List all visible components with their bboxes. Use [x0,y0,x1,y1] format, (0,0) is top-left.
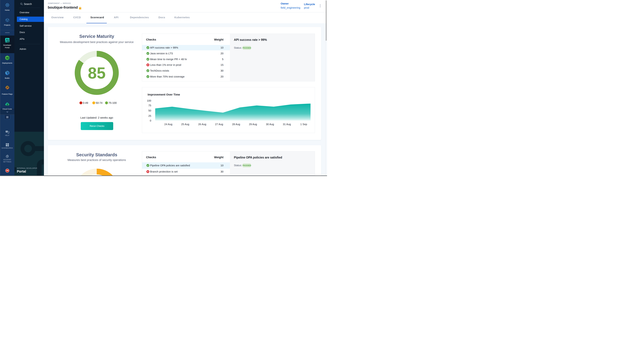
svg-text:100: 100 [147,99,151,102]
svg-text:75: 75 [148,104,151,107]
svg-text:25: 25 [148,114,151,117]
svg-text:28 Aug: 28 Aug [232,123,240,126]
svg-text:50: 50 [148,109,151,112]
svg-text:30 Aug: 30 Aug [266,123,274,126]
svg-text:27 Aug: 27 Aug [215,123,223,126]
svg-text:26 Aug: 26 Aug [198,123,206,126]
svg-text:25 Aug: 25 Aug [181,123,189,126]
svg-text:0: 0 [150,119,151,122]
svg-text:29 Aug: 29 Aug [249,123,257,126]
svg-text:$: $ [7,103,8,106]
svg-text:∞: ∞ [6,56,9,60]
svg-text:?: ? [6,131,7,132]
svg-text:1 Sep: 1 Sep [300,123,307,126]
svg-text:85: 85 [88,64,106,82]
svg-text:31 Aug: 31 Aug [283,123,291,126]
svg-text:24 Aug: 24 Aug [164,123,172,126]
